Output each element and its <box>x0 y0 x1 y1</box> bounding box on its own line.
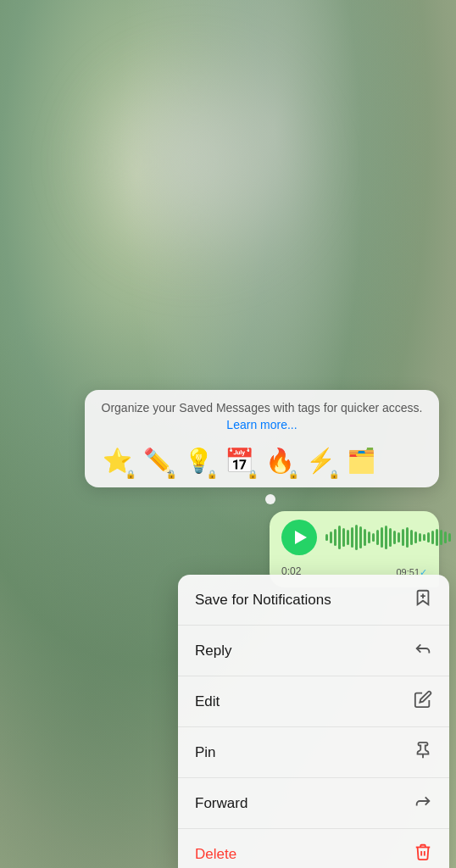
play-icon <box>295 531 307 544</box>
lock-icon: 🔒 <box>125 470 136 479</box>
waveform-bar <box>359 526 362 548</box>
menu-item-label: Edit <box>195 693 220 710</box>
waveform-bar <box>385 526 387 549</box>
folder-emoji[interactable]: 🗂️ <box>342 442 380 479</box>
menu-item-label: Forward <box>195 795 247 812</box>
tooltip-arrow <box>265 494 275 504</box>
context-menu: Save for NotificationsReplyEditPinForwar… <box>178 575 449 868</box>
waveform-bar <box>347 530 349 545</box>
waveform-bar <box>423 534 425 541</box>
menu-item-label: Pin <box>195 744 216 761</box>
menu-item-forward[interactable]: Forward <box>178 778 449 829</box>
waveform-bar <box>334 529 336 546</box>
waveform-bar <box>355 525 358 550</box>
menu-item-pin[interactable]: Pin <box>178 727 449 778</box>
menu-item-delete[interactable]: Delete <box>178 829 449 868</box>
waveform-bar <box>338 526 341 549</box>
waveform-bar <box>436 529 438 546</box>
learn-more-link[interactable]: Learn more... <box>226 418 297 431</box>
waveform-bar <box>364 529 366 546</box>
waveform-bar <box>448 533 451 542</box>
lightning-emoji[interactable]: ⚡🔒 <box>302 442 339 479</box>
delete-icon <box>414 843 432 865</box>
waveform-bar <box>342 528 345 547</box>
waveform-bar <box>330 531 332 543</box>
star-emoji[interactable]: ⭐🔒 <box>98 442 136 479</box>
menu-item-reply[interactable]: Reply <box>178 626 449 676</box>
emoji-row: ⭐🔒✏️🔒💡🔒📅🔒🔥🔒⚡🔒🗂️ <box>98 442 425 479</box>
waveform <box>325 526 451 549</box>
play-button[interactable] <box>281 520 317 555</box>
forward-icon <box>414 792 432 815</box>
menu-item-label: Reply <box>195 643 231 659</box>
waveform-bar <box>427 532 430 542</box>
save-notifications-icon <box>414 588 432 611</box>
tooltip-bubble: Organize your Saved Messages with tags f… <box>85 390 439 487</box>
calendar-emoji[interactable]: 📅🔒 <box>220 442 258 479</box>
waveform-bar <box>381 527 383 548</box>
lock-icon: 🔒 <box>247 470 258 479</box>
pen-emoji[interactable]: ✏️🔒 <box>139 442 176 479</box>
waveform-bar <box>368 531 370 543</box>
reply-icon <box>414 639 432 662</box>
waveform-bar <box>440 530 442 545</box>
menu-item-label: Delete <box>195 846 236 863</box>
waveform-bar <box>372 533 375 542</box>
tooltip-text: Organize your Saved Messages with tags f… <box>98 400 425 433</box>
menu-item-save-notifications[interactable]: Save for Notifications <box>178 575 449 626</box>
fire-emoji[interactable]: 🔥🔒 <box>261 442 298 479</box>
waveform-bar <box>406 527 409 548</box>
waveform-bar <box>414 531 417 543</box>
lock-icon: 🔒 <box>288 470 298 479</box>
waveform-bar <box>376 530 379 545</box>
waveform-bar <box>393 531 396 544</box>
waveform-bar <box>325 534 328 541</box>
waveform-bar <box>398 532 400 542</box>
waveform-bar <box>444 531 447 543</box>
lock-icon: 🔒 <box>207 470 217 479</box>
pin-icon <box>414 741 432 764</box>
edit-icon <box>414 690 432 713</box>
waveform-bar <box>419 533 421 542</box>
tooltip-description: Organize your Saved Messages with tags f… <box>102 401 423 415</box>
waveform-bar <box>431 531 434 544</box>
waveform-bar <box>402 529 404 546</box>
menu-item-edit[interactable]: Edit <box>178 676 449 727</box>
menu-item-label: Save for Notifications <box>195 592 331 609</box>
waveform-bar <box>410 530 413 545</box>
bulb-emoji[interactable]: 💡🔒 <box>180 442 217 479</box>
message-area: Organize your Saved Messages with tags f… <box>85 390 439 587</box>
lock-icon: 🔒 <box>166 470 176 479</box>
waveform-bar <box>389 528 392 547</box>
waveform-bar <box>351 527 353 548</box>
lock-icon: 🔒 <box>329 470 339 479</box>
